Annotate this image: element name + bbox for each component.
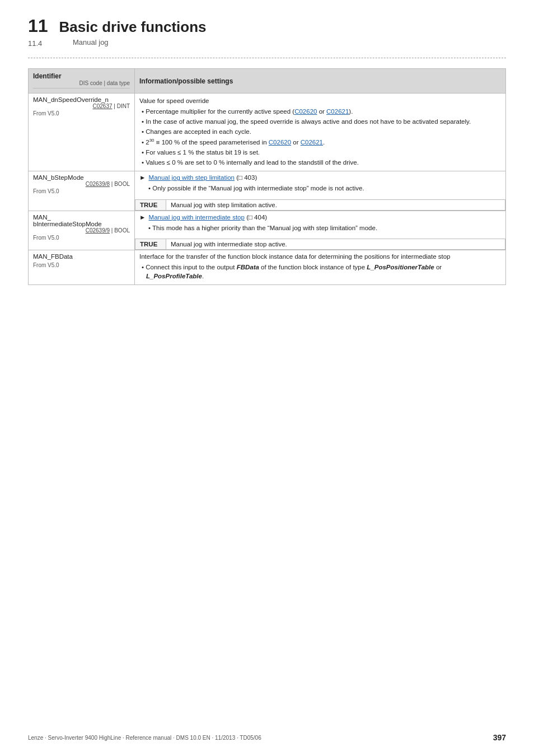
param-type: | DINT — [114, 103, 130, 109]
type-ref1: L_PosPositionerTable — [367, 264, 434, 270]
identifier-cell: MAN_bStepMode C02639/8 | BOOL From V5.0 — [29, 171, 135, 211]
info-cell: Interface for the transfer of the functi… — [135, 250, 506, 284]
table-header-row: Identifier DIS code | data type Informat… — [29, 69, 506, 94]
bullet-list: Connect this input to the output FBData … — [139, 263, 501, 281]
arrow-icon: ► — [139, 174, 146, 181]
page-number: 397 — [493, 733, 506, 742]
true-label: TRUE — [135, 239, 166, 249]
table-row: TRUE Manual jog with intermediate stop a… — [135, 239, 505, 249]
identifier-cell: MAN_dnSpeedOverride_n C02637 | DINT From… — [29, 94, 135, 171]
param-name: MAN_bIntermediateStopMode — [33, 214, 102, 227]
param-name: MAN_dnSpeedOverride_n — [33, 96, 109, 103]
chapter-title: 11 Basic drive functions — [28, 17, 506, 36]
param-version: From V5.0 — [33, 262, 130, 268]
bullet-list: This mode has a higher priority than the… — [146, 223, 501, 232]
c02621-link[interactable]: C02621 — [326, 108, 349, 115]
identifier-cell: MAN_FBData From V5.0 — [29, 250, 135, 284]
arrow-icon: ► — [139, 214, 146, 221]
param-type: | BOOL — [111, 227, 130, 234]
col1-header: Identifier DIS code | data type — [29, 69, 135, 94]
param-code[interactable]: C02637 — [92, 103, 112, 109]
ref-icon: (□ 403) — [236, 174, 257, 181]
list-item: For values ≤ 1 % the status bit 19 is se… — [139, 148, 501, 157]
intermediate-stop-link[interactable]: Manual jog with intermediate stop — [149, 214, 245, 221]
identifier-cell: MAN_bIntermediateStopMode C02639/9 | BOO… — [29, 211, 135, 250]
param-version: From V5.0 — [33, 110, 130, 116]
param-version: From V5.0 — [33, 188, 130, 194]
param-code[interactable]: C02639/9 — [86, 227, 110, 234]
parameter-table: Identifier DIS code | data type Informat… — [28, 68, 506, 285]
info-main: Interface for the transfer of the functi… — [139, 253, 501, 260]
chapter-name: Basic drive functions — [59, 18, 207, 36]
list-item: Only possible if the “Manual jog with in… — [146, 184, 501, 193]
col2-header: Information/possible settings — [135, 69, 506, 94]
list-item: In the case of active manual jog, the sp… — [139, 117, 501, 126]
section-name: Manual jog — [73, 38, 109, 48]
list-item: Values ≤ 0 % are set to 0 % internally a… — [139, 158, 501, 167]
c02620-link[interactable]: C02620 — [294, 108, 317, 115]
list-item: Connect this input to the output FBData … — [139, 263, 501, 281]
type-ref2: L_PosProfileTable — [146, 273, 202, 279]
bullet-list: Only possible if the “Manual jog with in… — [146, 184, 501, 193]
ref-icon: (□ 404) — [246, 214, 267, 221]
true-description: Manual jog with intermediate stop active… — [166, 239, 505, 249]
list-item: 230 ≡ 100 % of the speed parameterised i… — [139, 137, 501, 147]
info-title: Value for speed override — [139, 96, 501, 105]
table-row: MAN_FBData From V5.0 Interface for the t… — [29, 250, 506, 284]
step-mode-link[interactable]: Manual jog with step limitation — [149, 174, 235, 181]
page-header: 11 Basic drive functions 11.4 Manual jog — [28, 17, 506, 48]
param-code[interactable]: C02639/8 — [86, 181, 110, 187]
c02621-link2[interactable]: C02621 — [301, 139, 323, 146]
section-number: 11.4 — [28, 39, 50, 48]
fbdata-ref: FBData — [237, 264, 259, 270]
list-item: Percentage multiplier for the currently … — [139, 107, 501, 116]
param-name: MAN_bStepMode — [33, 174, 84, 181]
footer-text: Lenze · Servo-Inverter 9400 HighLine · R… — [28, 735, 261, 741]
table-row: MAN_bStepMode C02639/8 | BOOL From V5.0 … — [29, 171, 506, 211]
chapter-number: 11 — [28, 17, 48, 35]
table-row: TRUE Manual jog with step limitation act… — [135, 199, 505, 210]
info-cell: Value for speed override Percentage mult… — [135, 94, 506, 171]
list-item: This mode has a higher priority than the… — [146, 223, 501, 232]
page-footer: Lenze · Servo-Inverter 9400 HighLine · R… — [0, 733, 534, 742]
value-table: TRUE Manual jog with step limitation act… — [135, 199, 505, 211]
list-item: Changes are accepted in each cycle. — [139, 127, 501, 136]
value-table: TRUE Manual jog with intermediate stop a… — [135, 239, 505, 250]
info-cell: ► Manual jog with step limitation (□ 403… — [135, 171, 506, 211]
c02620-link2[interactable]: C02620 — [269, 139, 291, 146]
section-divider — [28, 58, 506, 58]
param-type: | BOOL — [111, 181, 130, 187]
table-row: MAN_dnSpeedOverride_n C02637 | DINT From… — [29, 94, 506, 171]
param-name: MAN_FBData — [33, 253, 73, 260]
true-label: TRUE — [135, 199, 166, 210]
bullet-list: Percentage multiplier for the currently … — [139, 107, 501, 167]
table-row: MAN_bIntermediateStopMode C02639/9 | BOO… — [29, 211, 506, 250]
true-description: Manual jog with step limitation active. — [166, 199, 505, 210]
param-version: From V5.0 — [33, 235, 130, 241]
info-cell: ► Manual jog with intermediate stop (□ 4… — [135, 211, 506, 250]
